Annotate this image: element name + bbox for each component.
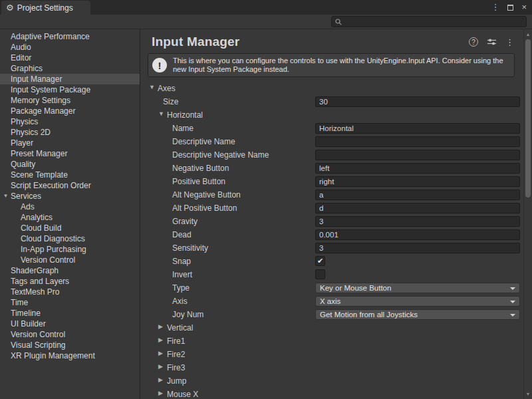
- text-field-gravity[interactable]: 3: [315, 216, 520, 227]
- dropdown-type[interactable]: Key or Mouse Button: [315, 283, 520, 293]
- foldout-triangle-icon[interactable]: ▼: [149, 84, 155, 90]
- sidebar-item-textmesh-pro[interactable]: TextMesh Pro: [0, 287, 140, 297]
- sidebar-item-timeline[interactable]: Timeline: [0, 308, 140, 319]
- help-icon[interactable]: ?: [469, 37, 478, 47]
- sidebar-item-cloud-build[interactable]: Cloud Build: [0, 223, 140, 233]
- vertical-scrollbar[interactable]: ▲ ▼: [523, 29, 532, 399]
- row-fire1[interactable]: ▶Fire1: [140, 334, 523, 348]
- sidebar: Adaptive PerformanceAudioEditorGraphicsI…: [0, 29, 140, 399]
- more-menu-icon[interactable]: ⋮: [505, 37, 514, 47]
- sidebar-item-ui-builder[interactable]: UI Builder: [0, 319, 140, 329]
- sidebar-item-quality[interactable]: Quality: [0, 159, 140, 170]
- sidebar-item-adaptive-performance[interactable]: Adaptive Performance: [0, 31, 140, 42]
- sidebar-item-label: Ads: [21, 202, 35, 211]
- foldout-triangle-icon[interactable]: ▶: [158, 350, 163, 356]
- text-field-descriptive-name[interactable]: [315, 136, 520, 147]
- properties-list: ▼AxesSize30▼HorizontalNameHorizontalDesc…: [140, 82, 523, 399]
- scroll-down-icon[interactable]: ▼: [524, 392, 532, 396]
- row-jump[interactable]: ▶Jump: [140, 374, 523, 388]
- sidebar-item-scene-template[interactable]: Scene Template: [0, 170, 140, 180]
- text-field-alt-negative-button[interactable]: a: [315, 190, 520, 200]
- close-icon[interactable]: ×: [521, 1, 527, 13]
- sidebar-item-graphics[interactable]: Graphics: [0, 63, 140, 74]
- info-icon: !: [152, 58, 167, 72]
- sidebar-item-label: In-App Purchasing: [21, 245, 86, 254]
- sidebar-item-shadergraph[interactable]: ShaderGraph: [0, 265, 140, 276]
- text-field-descriptive-negative-name[interactable]: [315, 150, 520, 160]
- row-name: NameHorizontal: [140, 122, 523, 135]
- row-axes[interactable]: ▼Axes: [140, 82, 523, 95]
- foldout-triangle-icon[interactable]: ▼: [2, 191, 9, 201]
- main-header: Input Manager ? ⋮: [140, 29, 523, 53]
- sidebar-item-label: Graphics: [11, 64, 43, 73]
- text-field-size[interactable]: 30: [315, 96, 520, 107]
- project-settings-window: ⚙ Project Settings ⋮ × Adaptive Performa…: [0, 0, 532, 399]
- sidebar-item-ads[interactable]: Ads: [0, 201, 140, 212]
- sidebar-item-label: Preset Manager: [11, 149, 67, 158]
- foldout-triangle-icon[interactable]: ▶: [158, 390, 163, 396]
- sidebar-item-cloud-diagnostics[interactable]: Cloud Diagnostics: [0, 233, 140, 244]
- scrollbar-thumb[interactable]: [525, 39, 531, 198]
- foldout-label: Jump: [167, 376, 186, 386]
- sidebar-item-label: Editor: [11, 53, 31, 63]
- sidebar-item-player[interactable]: Player: [0, 138, 140, 148]
- row-descriptive-negative-name: Descriptive Negative Name: [140, 148, 523, 162]
- sidebar-item-label: Memory Settings: [11, 96, 70, 105]
- foldout-triangle-icon[interactable]: ▶: [158, 337, 163, 343]
- row-snap: Snap✔: [140, 255, 523, 268]
- search-input[interactable]: [344, 17, 523, 27]
- dropdown-joy-num[interactable]: Get Motion from all Joysticks: [315, 309, 520, 320]
- sidebar-item-version-control[interactable]: Version Control: [0, 255, 140, 265]
- row-fire2[interactable]: ▶Fire2: [140, 348, 523, 361]
- presets-icon[interactable]: [487, 38, 497, 46]
- window-menu-icon[interactable]: ⋮: [491, 1, 499, 13]
- foldout-triangle-icon[interactable]: ▶: [158, 377, 163, 383]
- row-horizontal[interactable]: ▼Horizontal: [140, 108, 523, 122]
- text-field-positive-button[interactable]: right: [315, 176, 520, 187]
- scroll-up-icon[interactable]: ▲: [524, 32, 532, 37]
- sidebar-item-visual-scripting[interactable]: Visual Scripting: [0, 340, 140, 350]
- dropdown-axis[interactable]: X axis: [315, 296, 520, 307]
- foldout-triangle-icon[interactable]: ▶: [158, 364, 163, 370]
- sidebar-item-label: Services: [11, 192, 41, 201]
- sidebar-item-input-system-package[interactable]: Input System Package: [0, 84, 140, 95]
- sidebar-item-version-control[interactable]: Version Control: [0, 329, 140, 340]
- checkbox-invert[interactable]: [315, 269, 325, 279]
- sidebar-item-audio[interactable]: Audio: [0, 42, 140, 53]
- property-label: Alt Negative Button: [172, 190, 241, 200]
- sidebar-item-physics[interactable]: Physics: [0, 116, 140, 127]
- sidebar-item-editor[interactable]: Editor: [0, 53, 140, 63]
- text-field-name[interactable]: Horizontal: [315, 123, 520, 134]
- text-field-negative-button[interactable]: left: [315, 163, 520, 174]
- sidebar-item-input-manager[interactable]: Input Manager: [0, 74, 140, 84]
- property-label: Alt Positive Button: [172, 203, 237, 213]
- checkbox-snap[interactable]: ✔: [315, 256, 325, 266]
- sidebar-item-package-manager[interactable]: Package Manager: [0, 106, 140, 116]
- sidebar-item-xr-plugin-management[interactable]: XR Plugin Management: [0, 350, 140, 361]
- maximize-icon[interactable]: [507, 5, 513, 11]
- search-box[interactable]: [331, 16, 527, 27]
- row-alt-positive-button: Alt Positive Buttond: [140, 201, 523, 215]
- sidebar-item-analytics[interactable]: Analytics: [0, 212, 140, 223]
- sidebar-item-script-execution-order[interactable]: Script Execution Order: [0, 180, 140, 191]
- sidebar-item-preset-manager[interactable]: Preset Manager: [0, 148, 140, 159]
- tab-project-settings[interactable]: ⚙ Project Settings: [1, 1, 90, 15]
- foldout-triangle-icon[interactable]: ▶: [158, 324, 163, 330]
- sidebar-item-in-app-purchasing[interactable]: In-App Purchasing: [0, 244, 140, 255]
- sidebar-item-label: Version Control: [11, 330, 65, 339]
- foldout-label: Horizontal: [167, 110, 203, 120]
- foldout-label: Fire3: [167, 363, 185, 372]
- text-field-dead[interactable]: 0.001: [315, 229, 520, 240]
- row-mouse-x[interactable]: ▶Mouse X: [140, 388, 523, 399]
- sidebar-item-physics-2d[interactable]: Physics 2D: [0, 127, 140, 138]
- row-vertical[interactable]: ▶Vertical: [140, 321, 523, 334]
- text-field-sensitivity[interactable]: 3: [315, 243, 520, 253]
- sidebar-item-memory-settings[interactable]: Memory Settings: [0, 95, 140, 106]
- sidebar-item-tags-and-layers[interactable]: Tags and Layers: [0, 276, 140, 287]
- foldout-triangle-icon[interactable]: ▼: [158, 111, 164, 117]
- sidebar-item-time[interactable]: Time: [0, 297, 140, 308]
- sidebar-item-label: Cloud Build: [21, 223, 61, 233]
- text-field-alt-positive-button[interactable]: d: [315, 203, 520, 213]
- row-fire3[interactable]: ▶Fire3: [140, 361, 523, 374]
- sidebar-item-services[interactable]: ▼Services: [0, 191, 140, 201]
